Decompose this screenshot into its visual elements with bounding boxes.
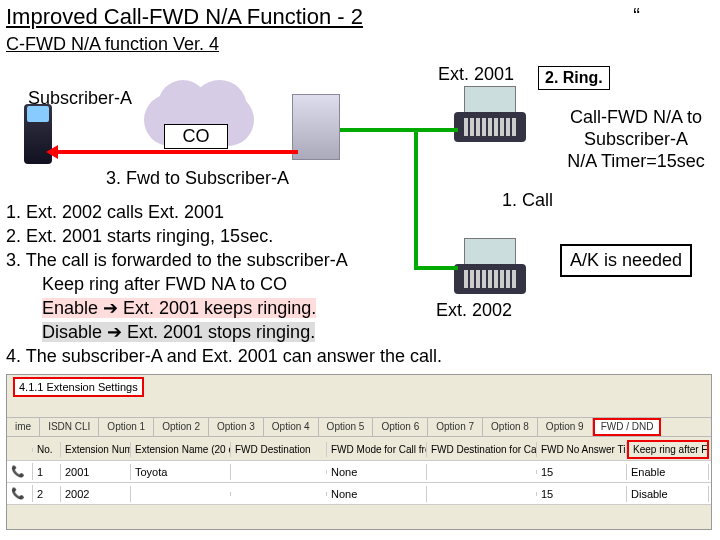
cfwd-settings-block: Call-FWD N/A to Subscriber-A N/A Timer=1…	[552, 106, 720, 172]
cell-fwd-dest[interactable]	[231, 492, 327, 496]
cell-fwd-mode-co[interactable]: None	[327, 486, 427, 502]
cell-fwd-mode-co[interactable]: None	[327, 464, 427, 480]
tab-option-2[interactable]: Option 2	[154, 418, 209, 436]
cell-fwd-dest-ext[interactable]	[427, 470, 537, 474]
tab-option-7[interactable]: Option 7	[428, 418, 483, 436]
tab-isdn-cli[interactable]: ISDN CLI	[40, 418, 99, 436]
col-fwd-dest: FWD Destination	[231, 442, 327, 457]
page-title: Improved Call-FWD N/A Function - 2	[6, 4, 363, 30]
tab-option-1[interactable]: Option 1	[99, 418, 154, 436]
ring-box: 2. Ring.	[538, 66, 610, 90]
quote-mark: “	[633, 4, 640, 27]
grid-header-row: No. Extension Number Extension Name (20 …	[7, 439, 711, 461]
settings-grid: No. Extension Number Extension Name (20 …	[7, 439, 711, 505]
col-icon	[7, 448, 33, 452]
cell-no: 1	[33, 464, 61, 480]
col-keep-ring: Keep ring after FWD NA to CO	[627, 440, 709, 459]
pbx-icon	[292, 94, 340, 160]
tab-fwd-dnd[interactable]: FWD / DND	[593, 418, 662, 436]
col-fwd-na-timer: FWD No Answer Time (s)	[537, 442, 627, 457]
grid-row-2[interactable]: 📞 2 2002 None 15 Disable	[7, 483, 711, 505]
call-flow-steps: 1. Ext. 2002 calls Ext. 2001 2. Ext. 200…	[6, 200, 566, 368]
step-3a: Keep ring after FWD NA to CO	[42, 272, 566, 296]
cfwd-line-1: Call-FWD N/A to	[552, 106, 720, 128]
cell-fwd-dest-ext[interactable]	[427, 492, 537, 496]
cell-fwd-dest[interactable]	[231, 470, 327, 474]
cell-ext-name[interactable]: Toyota	[131, 464, 231, 480]
tab-option-5[interactable]: Option 5	[319, 418, 374, 436]
step-3: 3. The call is forwarded to the subscrib…	[6, 248, 566, 272]
label-ext-2001: Ext. 2001	[438, 64, 514, 85]
ak-needed-box: A/K is needed	[560, 244, 692, 277]
tab-option-9[interactable]: Option 9	[538, 418, 593, 436]
step-4: 4. The subscriber-A and Ext. 2001 can an…	[6, 344, 566, 368]
step-2: 2. Ext. 2001 starts ringing, 15sec.	[6, 224, 566, 248]
cell-keep-ring[interactable]: Disable	[627, 486, 709, 502]
tab-ime[interactable]: ime	[7, 418, 40, 436]
label-fwd-to-subscriber: 3. Fwd to Subscriber-A	[106, 168, 289, 189]
cell-no: 2	[33, 486, 61, 502]
grid-row-1[interactable]: 📞 1 2001 Toyota None 15 Enable	[7, 461, 711, 483]
cell-ext-name[interactable]	[131, 492, 231, 496]
step-1: 1. Ext. 2002 calls Ext. 2001	[6, 200, 566, 224]
col-fwd-dest-ext: FWD Destination for Call from Extension	[427, 442, 537, 457]
step-3c-disable: Disable ➔ Ext. 2001 stops ringing.	[42, 322, 315, 342]
line-pbx-to-2001	[340, 128, 458, 132]
cell-keep-ring[interactable]: Enable	[627, 464, 709, 480]
arrow-to-mobile-icon	[46, 145, 58, 159]
desk-phone-2001-icon	[454, 86, 526, 142]
tab-option-8[interactable]: Option 8	[483, 418, 538, 436]
step-3b-enable: Enable ➔ Ext. 2001 keeps ringing.	[42, 298, 316, 318]
tab-option-6[interactable]: Option 6	[373, 418, 428, 436]
col-ext-name: Extension Name (20 characters)	[131, 442, 231, 457]
tab-option-4[interactable]: Option 4	[264, 418, 319, 436]
cell-ext-no[interactable]: 2002	[61, 486, 131, 502]
row-icon: 📞	[7, 485, 33, 502]
panel-section-title: 4.1.1 Extension Settings	[13, 377, 144, 397]
col-ext-number: Extension Number	[61, 442, 131, 457]
co-label: CO	[164, 124, 228, 149]
row-icon: 📞	[7, 463, 33, 480]
tab-option-3[interactable]: Option 3	[209, 418, 264, 436]
cfwd-line-3: N/A Timer=15sec	[552, 150, 720, 172]
cfwd-line-2: Subscriber-A	[552, 128, 720, 150]
col-fwd-mode-co: FWD Mode for Call from CO	[327, 442, 427, 457]
cell-ext-no[interactable]: 2001	[61, 464, 131, 480]
settings-tabs-row: ime ISDN CLI Option 1 Option 2 Option 3 …	[7, 417, 711, 437]
col-no: No.	[33, 442, 61, 457]
page-subtitle: C-FWD N/A function Ver. 4	[6, 34, 219, 55]
cell-fwd-timer[interactable]: 15	[537, 464, 627, 480]
extension-settings-panel: 4.1.1 Extension Settings ime ISDN CLI Op…	[6, 374, 712, 530]
line-pbx-to-mobile	[54, 150, 298, 154]
cell-fwd-timer[interactable]: 15	[537, 486, 627, 502]
